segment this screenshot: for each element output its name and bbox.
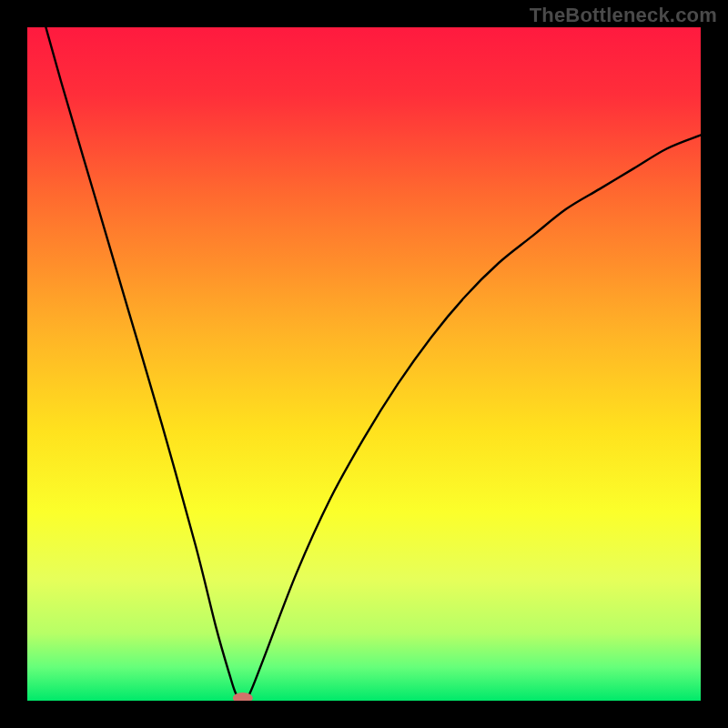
gradient-background (27, 27, 701, 701)
bottleneck-chart (27, 27, 701, 701)
chart-frame: TheBottleneck.com (0, 0, 728, 728)
watermark-label: TheBottleneck.com (530, 4, 717, 27)
plot-area (27, 27, 701, 701)
